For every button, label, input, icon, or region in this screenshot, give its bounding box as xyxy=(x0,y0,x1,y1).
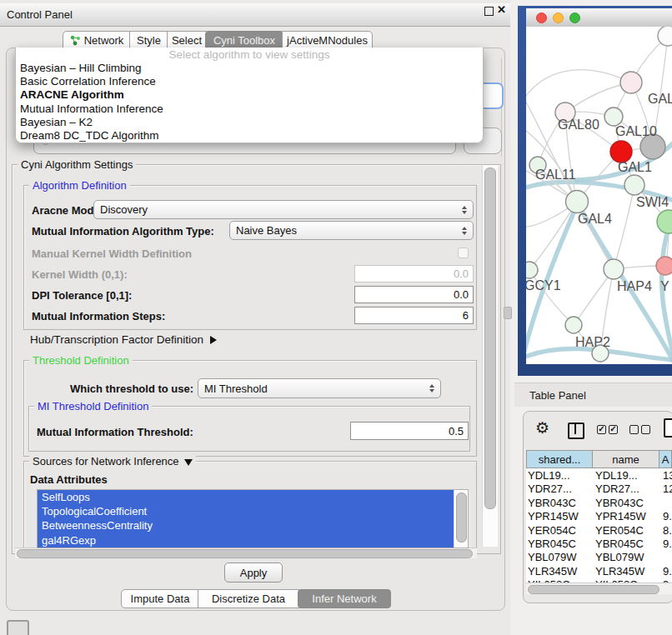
table-hscrollbar-thumb[interactable] xyxy=(528,585,659,594)
table-cell[interactable]: YBL079W xyxy=(528,551,593,563)
table-cell[interactable]: YDR27... xyxy=(528,482,593,495)
table-cell[interactable]: YBR045C xyxy=(528,538,593,550)
checked-checkbox-icon-1[interactable]: ✓ xyxy=(597,425,606,434)
table-cell[interactable]: 12 xyxy=(663,482,672,495)
manual-kernel-label: Manual Kernel Width Definition xyxy=(32,248,192,260)
tab-select[interactable]: Select xyxy=(167,31,207,49)
network-node-GCY1[interactable] xyxy=(526,262,538,278)
unchecked-checkbox-icon-2[interactable] xyxy=(641,425,650,434)
table-cell[interactable]: 9. xyxy=(663,510,672,522)
table-cell[interactable]: YER054C xyxy=(595,524,660,537)
network-canvas[interactable]: GALGAL80GAL10GAL1GAL11SWI4GAL4GCY1HAP4YH… xyxy=(526,27,672,364)
bottom-tab-impute-data[interactable]: Impute Data xyxy=(121,589,199,608)
settings-vscrollbar-track[interactable] xyxy=(482,165,498,547)
algorithm-option[interactable]: Dream8 DC_TDC Algorithm xyxy=(16,129,483,142)
attribute-item[interactable]: BetweennessCentrality xyxy=(38,518,454,532)
columns-icon[interactable] xyxy=(568,422,584,439)
attribute-item[interactable]: SelfLoops xyxy=(38,490,454,504)
table-cell[interactable]: 9. xyxy=(663,538,672,550)
attribute-item[interactable]: TopologicalCoefficient xyxy=(38,504,454,518)
close-traffic-light-icon[interactable] xyxy=(536,12,547,23)
table-cell[interactable]: 8. xyxy=(663,524,672,537)
sources-group-title[interactable]: Sources for Network Inference xyxy=(29,455,196,468)
dpi-tolerance-value: 0.0 xyxy=(454,288,469,301)
table-cell[interactable]: YBR043C xyxy=(528,497,593,509)
unchecked-checkbox-icon-1[interactable] xyxy=(629,425,639,434)
checked-checkbox-icon-2[interactable]: ✓ xyxy=(609,425,618,434)
bottom-tab-infer-network[interactable]: Infer Network xyxy=(298,589,391,608)
tab-style[interactable]: Style xyxy=(129,31,168,49)
bottom-tab-discretize-data[interactable]: Discretize Data xyxy=(198,589,299,608)
which-threshold-combo[interactable]: MI Threshold xyxy=(198,378,441,398)
panel-toggle-icon[interactable] xyxy=(7,620,29,635)
algorithm-option[interactable]: Bayesian – Hill Climbing xyxy=(16,62,483,75)
hub-definition-expander[interactable]: Hub/Transcription Factor Definition xyxy=(30,333,217,346)
tab-network[interactable]: Network xyxy=(63,31,131,49)
table-cell[interactable]: YDL19... xyxy=(595,469,660,482)
zoom-traffic-light-icon[interactable] xyxy=(569,12,580,23)
table-cell[interactable]: YLR345W xyxy=(528,565,593,578)
float-window-icon[interactable] xyxy=(484,7,494,16)
table-cell[interactable]: YLR345W xyxy=(595,565,660,578)
table-column-header[interactable]: A xyxy=(659,450,672,468)
table-cell[interactable]: YBR045C xyxy=(595,538,660,550)
network-node-HAP2[interactable] xyxy=(565,317,582,333)
apply-button[interactable]: Apply xyxy=(224,562,283,582)
file-icon[interactable] xyxy=(664,418,672,438)
network-window-titlebar[interactable] xyxy=(526,8,672,28)
table-cell[interactable]: YDL19... xyxy=(528,469,593,482)
table-cell[interactable]: YBR043C xyxy=(595,497,660,509)
table-cell[interactable]: YER054C xyxy=(528,524,593,537)
table-cell[interactable]: YPR145W xyxy=(595,510,660,522)
table-rows-area: YDL19...YDL19...13YDR27...YDR27...12YBR0… xyxy=(526,468,672,582)
table-cell[interactable]: YBL079W xyxy=(595,551,660,563)
mi-type-combo[interactable]: Naive Bayes xyxy=(229,221,474,240)
mi-steps-field[interactable]: 6 xyxy=(354,307,474,324)
gear-icon[interactable]: ⚙ xyxy=(535,420,549,436)
algorithm-option[interactable]: ARACNE Algorithm xyxy=(16,88,483,102)
aracne-mode-combo[interactable]: Discovery xyxy=(93,200,474,219)
algorithm-option[interactable]: Bayesian – K2 xyxy=(16,116,483,129)
dpi-tolerance-field[interactable]: 0.0 xyxy=(354,286,474,303)
split-pane-grip[interactable] xyxy=(504,307,512,319)
network-node-GAL4[interactable] xyxy=(566,191,589,213)
network-node-label: GAL1 xyxy=(618,160,652,174)
network-node-GAL1-node[interactable] xyxy=(624,175,644,195)
expander-arrow-icon xyxy=(210,336,217,344)
network-node-label: HAP4 xyxy=(617,279,652,293)
table-hscrollbar-track[interactable] xyxy=(526,582,672,594)
algorithm-option[interactable]: Basic Correlation Inference xyxy=(16,75,483,88)
attribute-item[interactable]: gal4RGexp xyxy=(38,533,454,548)
network-node-SWI4-green[interactable] xyxy=(657,210,672,233)
network-node-GAL2[interactable] xyxy=(620,72,642,93)
spinner-icon xyxy=(457,206,467,214)
tab-cyni-toolbox[interactable]: Cyni Toolbox xyxy=(205,31,283,49)
app-root: Control Panel ✕ NetworkStyleSelectCyni T… xyxy=(0,0,672,635)
mi-threshold-field[interactable]: 0.5 xyxy=(350,422,469,440)
mi-threshold-value: 0.5 xyxy=(449,425,464,438)
close-icon[interactable]: ✕ xyxy=(497,3,506,16)
network-node-HAP4[interactable] xyxy=(604,259,624,279)
table-cell[interactable]: YDR27... xyxy=(595,482,660,495)
network-edge[interactable] xyxy=(614,185,634,269)
network-node-salmon-node[interactable] xyxy=(656,257,672,275)
attr-list-scrollbar-thumb[interactable] xyxy=(456,492,467,542)
attr-list-scrollbar-track[interactable] xyxy=(454,490,468,548)
mi-threshold-group-title: MI Threshold Definition xyxy=(34,400,152,412)
table-cell[interactable]: 13 xyxy=(663,469,672,482)
algorithm-dropdown-popup: Select algorithm to view settings Bayesi… xyxy=(15,48,484,143)
settings-vscrollbar-thumb[interactable] xyxy=(484,168,496,509)
network-node-GAL10[interactable] xyxy=(604,108,623,126)
settings-hscrollbar-track[interactable] xyxy=(15,548,477,558)
table-cell[interactable]: YPR145W xyxy=(528,510,593,522)
spinner-icon xyxy=(457,227,467,235)
table-cell[interactable]: 9. xyxy=(663,565,672,578)
table-column-header[interactable]: name xyxy=(593,450,659,468)
minimize-traffic-light-icon[interactable] xyxy=(553,12,564,23)
algorithm-dropdown-items: Bayesian – Hill ClimbingBasic Correlatio… xyxy=(16,62,483,142)
algorithm-option[interactable]: Mutual Information Inference xyxy=(16,102,483,116)
network-node-label: GAL80 xyxy=(558,118,599,132)
table-column-header[interactable]: shared... xyxy=(526,450,593,468)
settings-hscrollbar-thumb[interactable] xyxy=(17,549,473,558)
tab-jactivemnodules[interactable]: jActiveMNodules xyxy=(282,31,373,49)
